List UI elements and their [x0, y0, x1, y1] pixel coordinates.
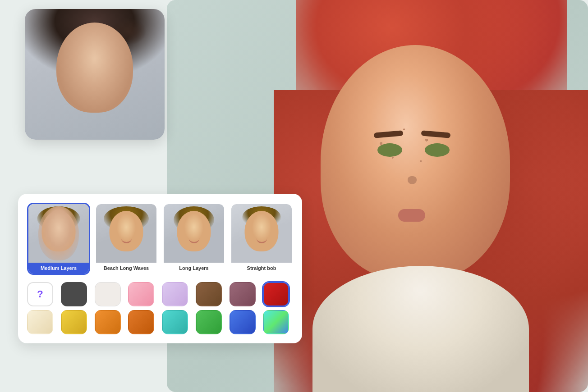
eyebrow-right: [421, 131, 450, 139]
color-swatch-mauve[interactable]: [230, 282, 256, 306]
eye-left: [377, 143, 402, 157]
color-swatch-medium-brown[interactable]: [196, 282, 222, 306]
color-swatch-light-pink[interactable]: [128, 282, 154, 306]
color-swatch-golden[interactable]: [61, 310, 87, 334]
thumb-smile-3: [188, 238, 199, 243]
hairstyle-label-straight-bob: Straight bob: [231, 263, 292, 273]
thumb-smile-1: [53, 238, 64, 243]
original-photo-card: [25, 9, 165, 140]
hairstyle-option-long-layers[interactable]: Long Layers: [162, 203, 225, 275]
hairstyle-thumb-medium-layers: [28, 204, 89, 263]
color-swatch-green[interactable]: [196, 310, 222, 334]
nose: [408, 176, 417, 184]
color-swatch-cream[interactable]: [27, 310, 53, 334]
original-photo-inner: [25, 9, 165, 140]
eyebrow-left: [373, 131, 403, 139]
hairstyle-option-beach-long-waves[interactable]: Beach Long Waves: [95, 203, 158, 275]
color-swatch-copper[interactable]: [128, 310, 154, 334]
color-swatch-light-purple[interactable]: [162, 282, 188, 306]
color-swatch-unknown[interactable]: ?: [27, 282, 53, 306]
thumb-face-2: [110, 211, 143, 251]
lips: [398, 209, 425, 222]
thumb-smile-4: [256, 238, 267, 243]
face-skin: [321, 45, 510, 279]
original-face: [56, 23, 133, 113]
color-swatch-platinum[interactable]: [95, 282, 121, 306]
hairstyle-label-beach-long-waves: Beach Long Waves: [96, 263, 156, 273]
eye-right: [425, 143, 450, 157]
color-swatch-teal[interactable]: [162, 310, 188, 334]
color-swatch-red[interactable]: [263, 282, 289, 306]
thumb-face-1: [42, 211, 76, 251]
hairstyle-thumb-beach-long: [96, 204, 156, 263]
thumb-face-3: [177, 211, 211, 251]
hairstyle-thumb-long-layers: [164, 204, 224, 263]
hairstyle-thumb-straight-bob: [231, 204, 292, 263]
color-swatch-blue[interactable]: [230, 310, 256, 334]
color-grid: ?: [27, 282, 293, 334]
thumb-smile-2: [121, 238, 132, 243]
thumb-face-4: [245, 211, 279, 251]
hairstyle-label-medium-layers: Medium Layers: [28, 263, 89, 273]
thumb-hair-wavy-1: [37, 206, 80, 231]
hairstyle-row: Medium Layers Beach Long Waves Long Laye…: [27, 203, 293, 275]
hairstyle-option-straight-bob[interactable]: Straight bob: [230, 203, 293, 275]
hairstyle-label-long-layers: Long Layers: [164, 263, 224, 273]
color-swatch-dark-gray[interactable]: [61, 282, 87, 306]
color-swatch-rainbow[interactable]: [263, 310, 289, 334]
color-swatch-orange[interactable]: [95, 310, 121, 334]
selection-panel: Medium Layers Beach Long Waves Long Laye…: [18, 194, 302, 343]
body-shirt: [312, 266, 529, 392]
hairstyle-option-medium-layers[interactable]: Medium Layers: [27, 203, 90, 275]
